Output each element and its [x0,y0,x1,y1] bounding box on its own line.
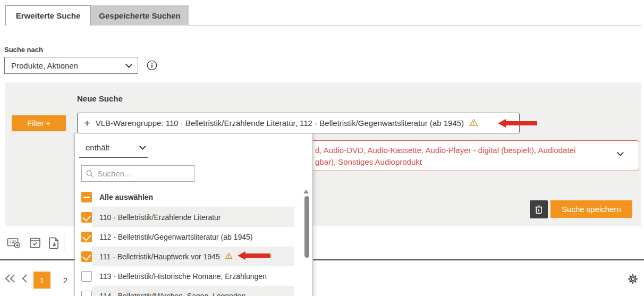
option-row-114[interactable]: 114 · Belletristik/Märchen, Sagen, Legen… [75,286,312,296]
pagination-page-2[interactable]: 2 [57,272,74,289]
select-all-option[interactable]: Alle auswählen [75,188,312,207]
option-search-box[interactable] [81,165,194,182]
chevron-down-icon [139,143,146,150]
option-row-110[interactable]: 110 · Belletristik/Erzählende Literatur [75,207,312,227]
pagination-page-1[interactable]: 1 [33,272,50,289]
option-label: 111 · Belletristik/Hauptwerk vor 1945 [99,252,220,261]
arrow-tail [505,121,537,125]
arrow-head [498,119,506,128]
delete-search-button[interactable] [530,200,548,218]
warning-triangle-icon [225,252,233,261]
search-scope-select[interactable]: Produkte, Aktionen [4,57,138,74]
option-label: 113 · Belletristik/Historische Romane, E… [99,272,267,281]
option-checkbox[interactable] [81,271,92,282]
operator-value: enthält [86,143,109,152]
gear-icon[interactable] [627,273,640,286]
product-type-values: d, Audio-DVD, Audio-Kassette, Audio-Play… [315,145,575,168]
search-for-label: Suche nach [4,46,43,54]
app-screen: Erweiterte Suche Gespeicherte Suchen Suc… [0,0,644,296]
tab-label: Gespeicherte Suchen [99,11,180,20]
tab-gespeicherte-suchen[interactable]: Gespeicherte Suchen [91,5,189,26]
toolbar-divider [64,234,64,252]
tab-label: Erweiterte Suche [16,11,81,20]
panel-title: Neue Suche [77,94,123,103]
option-checkbox[interactable] [81,232,92,242]
warengruppe-filter-chip[interactable]: + VLB-Warengruppe: 110 · Belletristik/Er… [77,113,520,133]
page-number: 1 [40,276,44,285]
search-scope-value: Produkte, Aktionen [11,61,78,70]
option-row-113[interactable]: 113 · Belletristik/Historische Romane, E… [75,266,312,286]
search-icon [86,170,94,178]
trash-icon [534,205,544,215]
page-number: 2 [63,276,67,285]
option-checkbox[interactable] [81,212,92,223]
option-label: 112 · Belletristik/Gegenwartsliteratur (… [99,233,252,241]
plus-icon: + [84,118,90,129]
select-all-checkbox[interactable] [81,192,92,202]
option-checkbox[interactable] [81,251,92,262]
info-circle-icon[interactable] [147,60,157,71]
box-check-icon[interactable] [28,235,43,250]
pagination-first-button[interactable] [4,274,16,285]
option-label: 114 · Belletristik/Märchen, Sagen, Legen… [99,292,245,296]
annotation-arrow-filter [498,119,538,128]
file-download-icon[interactable] [47,235,62,250]
save-search-label: Suche speichern [562,205,621,214]
tab-erweiterte-suche[interactable]: Erweiterte Suche [5,5,91,26]
card-add-icon[interactable] [6,235,21,250]
value-line-2: gbar), Sonstiges Audioprodukt [315,156,575,168]
option-row-112[interactable]: 112 · Belletristik/Gegenwartsliteratur (… [75,227,312,247]
annotation-arrow-option-111 [238,251,271,260]
value-line-1: d, Audio-DVD, Audio-Kassette, Audio-Play… [315,145,575,156]
warengruppe-dropdown-panel: enthält Alle auswählen 110 · Belletristi… [74,133,313,296]
option-list: Alle auswählen 110 · Belletristik/Erzähl… [75,188,312,296]
double-chevron-left-icon [4,274,16,283]
option-search-input[interactable] [97,169,190,178]
warning-triangle-icon [469,119,478,128]
select-all-label: Alle auswählen [92,188,294,207]
option-row-111[interactable]: 111 · Belletristik/Hauptwerk vor 1945 [75,247,312,266]
save-search-button[interactable]: Suche speichern [550,200,632,218]
operator-underline [79,157,148,158]
chevron-down-icon[interactable] [617,149,624,156]
add-filter-button[interactable]: Filter + [12,115,66,131]
operator-select[interactable]: enthält [86,143,145,152]
arrow-tail [245,253,270,258]
arrow-head [238,251,245,260]
warengruppe-filter-text: VLB-Warengruppe: 110 · Belletristik/Erzä… [96,119,464,128]
scrollbar-up-arrow[interactable] [303,190,309,193]
option-label: 110 · Belletristik/Erzählende Literatur [99,213,221,222]
option-checkbox[interactable] [81,291,92,296]
add-filter-label: Filter + [27,119,50,128]
scrollbar-thumb[interactable] [304,196,309,258]
chevron-left-icon [21,274,28,283]
chevron-down-icon [125,61,132,68]
pagination-prev-button[interactable] [21,274,28,285]
